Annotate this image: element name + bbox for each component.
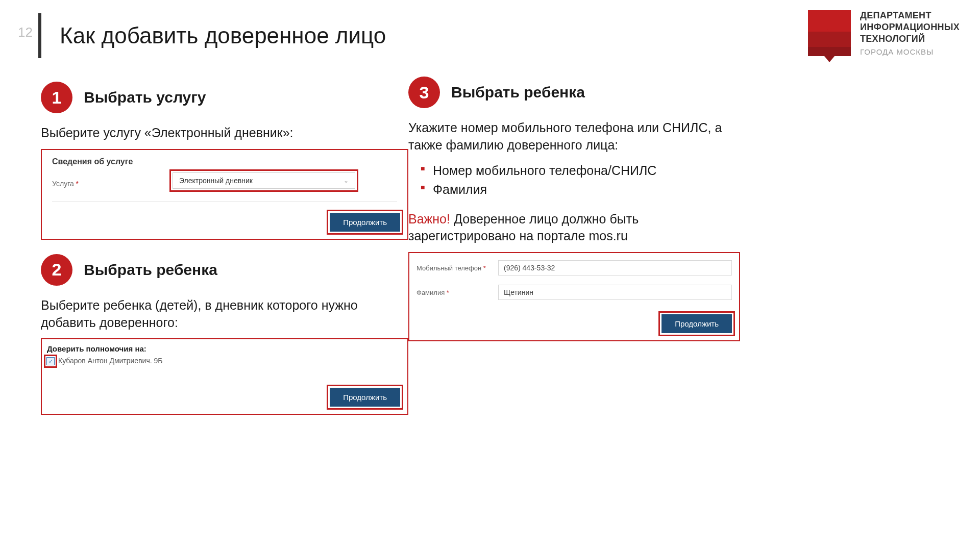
dept-logo: ДЕПАРТАМЕНТ ИНФОРМАЦИОННЫХ ТЕХНОЛОГИЙ ГО… [808,10,960,62]
step-3-important: Важно! Доверенное лицо должно быть зарег… [408,211,740,245]
step-1-badge: 1 [41,82,72,113]
step-1-title: Выбрать услугу [84,89,206,106]
service-select[interactable]: Электронный дневник ⌄ [173,172,355,189]
surname-field-label: Фамилия * [416,289,498,296]
step-3-title: Выбрать ребенка [451,84,585,101]
step-2-header: 2 Выбрать ребенка [41,254,408,286]
step-1-header: 1 Выбрать услугу [41,82,408,113]
logo-line-2: ИНФОРМАЦИОННЫХ [860,22,960,33]
step-3-header: 3 Выбрать ребенка [408,77,740,108]
logo-line-3: ТЕХНОЛОГИЙ [860,34,960,44]
phone-field-label: Мобильный телефон * [416,264,498,272]
step-1-desc: Выберите услугу «Электронный дневник»: [41,124,408,142]
surname-input[interactable]: Щетинин [498,285,732,300]
step-3-panel: Мобильный телефон * (926) 443-53-32 Фами… [408,252,740,341]
service-select-highlight: Электронный дневник ⌄ [169,169,358,192]
panel-1-heading: Сведения об услуге [52,157,133,166]
child-checkbox-highlight: ✓ [44,355,57,368]
step-3-desc: Укажите номер мобильного телефона или СН… [408,119,740,154]
step-1-button-highlight: Продолжить [327,210,403,235]
child-checkbox[interactable]: ✓ [46,357,55,365]
logo-city: ГОРОДА МОСКВЫ [860,47,960,56]
phone-input[interactable]: (926) 443-53-32 [498,260,732,276]
step-3-badge: 3 [408,77,440,108]
page-number: 12 [18,24,33,40]
bullet-phone: Номер мобильного телефона/СНИЛС [421,161,740,181]
step-2-title: Выбрать ребенка [84,261,217,279]
child-row-label: Кубаров Антон Дмитриевич. 9Б [58,357,162,365]
step-2-panel: Доверить полномочия на: ✓ Кубаров Антон … [41,338,408,415]
step-2-button-highlight: Продолжить [327,385,403,410]
panel-2-heading: Доверить полномочия на: [47,344,146,353]
step-2-desc: Выберите ребенка (детей), в дневник кото… [41,297,408,332]
bullet-surname: Фамилия [421,180,740,199]
continue-button-1[interactable]: Продолжить [330,213,400,232]
step-3-button-highlight: Продолжить [658,311,735,336]
page-title: Как добавить доверенное лицо [60,23,386,48]
step-1-panel: Сведения об услуге Услуга * Электронный … [41,149,408,240]
step-2-badge: 2 [41,254,72,286]
step-3-bullets: Номер мобильного телефона/СНИЛС Фамилия [421,161,740,199]
chevron-down-icon: ⌄ [344,177,349,184]
continue-button-3[interactable]: Продолжить [662,314,732,333]
shield-icon [808,10,851,62]
service-select-value: Электронный дневник [179,177,253,185]
logo-line-1: ДЕПАРТАМЕНТ [860,10,960,21]
title-bar: Как добавить доверенное лицо [38,13,386,58]
important-label: Важно! [408,212,450,226]
continue-button-2[interactable]: Продолжить [330,388,400,407]
service-field-label: Услуга * [52,180,79,188]
